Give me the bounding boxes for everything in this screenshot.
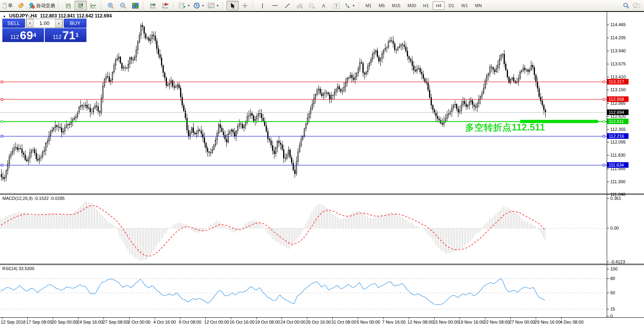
crosshair-tool-button[interactable]	[239, 1, 251, 10]
volume-decrease-button[interactable]: ▼	[26, 19, 34, 27]
timeframe-button-mn[interactable]: MN	[472, 1, 485, 10]
crosshair-icon	[242, 3, 248, 9]
scale-tick-label: 114.465	[610, 22, 626, 27]
toolbar-gripper	[222, 2, 225, 9]
arrows-tool-button[interactable]: ▼	[343, 1, 357, 10]
scale-tick-label: 0.361	[610, 196, 621, 201]
zoom-in-icon	[107, 2, 114, 9]
time-tick	[485, 318, 485, 319]
scale-tick	[607, 169, 609, 169]
new-order-button[interactable]: 单	[1, 1, 14, 10]
text-label-tool-button[interactable]: T	[330, 1, 343, 10]
panel-divider[interactable]	[0, 264, 644, 264]
timeframe-button-m30[interactable]: M30	[404, 1, 419, 10]
periods-button[interactable]: ▼	[192, 1, 206, 10]
new-chart-button[interactable]: ▼	[177, 1, 192, 10]
horizontal-line-tool-button[interactable]	[269, 1, 281, 10]
buy-price-small: 112	[53, 33, 61, 41]
macd-indicator-canvas[interactable]	[0, 195, 607, 264]
autotrading-button[interactable]: 自动交易	[27, 1, 57, 10]
buy-price-sup: 1	[75, 28, 79, 42]
panel-divider[interactable]	[0, 194, 644, 194]
favorites-button[interactable]	[14, 1, 27, 10]
time-tick-label: 20 Sep 00:00	[52, 320, 77, 324]
time-tick-label: 19 Nov 16:00	[458, 320, 484, 324]
price-chart-canvas[interactable]	[0, 12, 607, 194]
dropdown-arrow-icon: ▼	[216, 4, 219, 8]
collapse-triangle-icon[interactable]: ▲	[3, 14, 6, 18]
bar-chart-mode-button[interactable]	[62, 1, 75, 10]
timeframe-button-d1[interactable]: D1	[445, 1, 457, 10]
time-tick-label: 4 Oct 16:00	[153, 320, 176, 324]
price-scale[interactable]: 114.465114.205113.940113.675113.410113.1…	[607, 12, 644, 317]
scale-tick-label: 15	[610, 307, 615, 312]
buy-button[interactable]: BUY	[64, 19, 86, 28]
scale-tick	[607, 198, 609, 199]
buy-price-big: 71	[62, 29, 75, 41]
scale-tick	[607, 262, 609, 262]
scale-tick-label: 100	[610, 267, 617, 272]
scale-tick-label: -0.4123	[610, 259, 625, 265]
scale-tick	[607, 38, 609, 38]
timeframe-button-h1[interactable]: H1	[420, 1, 432, 10]
scale-tick	[607, 116, 609, 117]
scale-tick	[607, 194, 609, 195]
toolbar-gripper	[358, 2, 361, 9]
scale-tick	[607, 155, 609, 155]
price-level-label: 112.958	[607, 96, 629, 102]
time-tick	[2, 318, 2, 319]
time-tick-label: 24 Sep 16:00	[77, 320, 103, 324]
search-icon[interactable]	[623, 2, 629, 9]
time-tick	[27, 318, 28, 319]
chat-icon[interactable]	[632, 2, 640, 9]
time-tick	[129, 318, 130, 319]
line-chart-mode-button[interactable]	[87, 1, 99, 10]
cursor-tool-button[interactable]	[226, 1, 239, 10]
timeframe-button-m1[interactable]: M1	[362, 1, 375, 10]
zoom-in-button[interactable]	[105, 1, 117, 10]
timeframe-button-m15[interactable]: M15	[389, 1, 403, 10]
sell-price-big: 69	[20, 29, 33, 41]
time-tick-label: 31 Oct 08:00	[331, 320, 356, 324]
timeframe-button-w1[interactable]: W1	[458, 1, 471, 10]
vertical-line-tool-button[interactable]	[257, 1, 269, 10]
volume-increase-button[interactable]: ▲	[55, 19, 63, 27]
pivot-annotation-text[interactable]: 多空转折点112.511	[465, 121, 545, 134]
vertical-line-icon	[260, 3, 265, 9]
scale-tick	[607, 309, 609, 309]
rsi-indicator-canvas[interactable]	[0, 265, 607, 317]
sell-price-display[interactable]: 112 69 4	[2, 28, 44, 42]
equidistant-channel-icon: E	[296, 3, 303, 9]
timeframe-button-h4[interactable]: H4	[433, 1, 445, 10]
buy-price-display[interactable]: 112 71 1	[45, 28, 86, 42]
time-scale[interactable]: 12 Sep 201817 Sep 08:0020 Sep 00:0024 Se…	[0, 318, 644, 326]
svg-text:F: F	[313, 7, 315, 9]
channel-tool-button[interactable]: E	[293, 1, 306, 10]
volume-value[interactable]: 1.00	[34, 19, 55, 27]
timeframe-toolbar: M1M5M15M30H1H4D1W1MN	[362, 1, 485, 10]
text-tool-button[interactable]: A	[318, 1, 330, 10]
scale-tick-label: 113.675	[610, 61, 626, 67]
time-tick	[383, 318, 384, 319]
candlestick-mode-button[interactable]	[75, 1, 87, 10]
template-icon	[208, 3, 215, 8]
trendline-tool-button[interactable]	[281, 1, 293, 10]
scale-tick-label: 111.300	[610, 179, 625, 184]
toolbar-gripper	[58, 2, 61, 9]
scale-tick	[607, 269, 609, 269]
sell-button[interactable]: SELL	[2, 19, 25, 28]
scale-tick	[607, 278, 609, 279]
templates-button[interactable]: ▼	[206, 1, 221, 10]
autotrading-label: 自动交易	[36, 2, 55, 9]
zoom-out-button[interactable]	[117, 1, 129, 10]
chart-shift-button[interactable]	[159, 1, 172, 10]
scale-tick	[607, 103, 609, 104]
auto-scroll-icon	[150, 2, 157, 9]
time-tick-label: 12 Nov 08:00	[408, 320, 433, 324]
macd-label: MACD(12,26,9) -0.1532 -0.0285	[2, 196, 65, 201]
auto-scroll-button[interactable]	[147, 1, 159, 10]
tile-windows-button[interactable]	[129, 1, 142, 10]
timeframe-button-m5[interactable]: M5	[376, 1, 388, 10]
toolbar-gripper	[173, 2, 176, 9]
fibonacci-tool-button[interactable]: F	[306, 1, 318, 10]
